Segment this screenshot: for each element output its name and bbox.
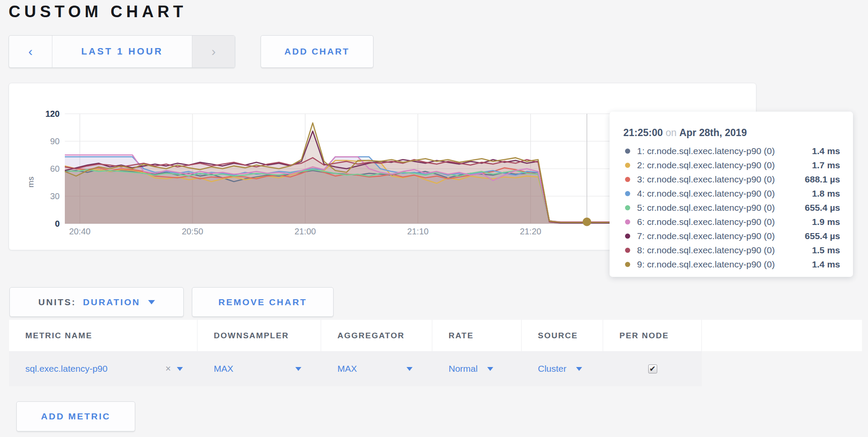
tooltip-row: 7: cr.node.sql.exec.latency-p90 (0)655.4… — [623, 229, 840, 243]
y-axis-tick-label: 90 — [50, 137, 60, 146]
series-value: 1.8 ms — [812, 188, 840, 199]
chevron-down-icon[interactable] — [177, 367, 183, 371]
add-chart-button[interactable]: ADD CHART — [261, 35, 373, 68]
add-metric-button[interactable]: ADD METRIC — [16, 401, 135, 431]
series-value: 1.7 ms — [812, 160, 840, 170]
chevron-down-icon — [487, 367, 493, 371]
series-label: 8: cr.node.sql.exec.latency-p90 (0) — [637, 245, 812, 255]
source-dropdown[interactable]: Cluster — [522, 351, 603, 386]
series-color-dot — [625, 149, 630, 154]
series-value: 1.5 ms — [812, 245, 840, 255]
time-range-label[interactable]: LAST 1 HOUR — [52, 36, 192, 67]
series-color-dot — [625, 163, 630, 168]
series-label: 2: cr.node.sql.exec.latency-p90 (0) — [637, 160, 812, 170]
series-label: 9: cr.node.sql.exec.latency-p90 (0) — [637, 259, 812, 270]
metric-row: sql.exec.latency-p90 × MAX MAX Normal Cl… — [9, 351, 862, 386]
column-header-source: SOURCE — [522, 320, 603, 351]
per-node-cell: ✔ — [603, 351, 702, 386]
series-color-dot — [625, 234, 630, 239]
series-value: 1.4 ms — [812, 259, 840, 270]
y-axis-tick-label: 30 — [50, 191, 60, 201]
series-label: 6: cr.node.sql.exec.latency-p90 (0) — [637, 217, 812, 227]
chevron-right-icon: › — [212, 44, 216, 59]
series-color-dot — [625, 262, 630, 267]
aggregator-dropdown[interactable]: MAX — [321, 351, 432, 386]
chevron-down-icon — [407, 367, 413, 371]
metric-name-cell[interactable]: sql.exec.latency-p90 × — [9, 351, 197, 386]
column-header-actions — [702, 320, 862, 351]
series-label: 5: cr.node.sql.exec.latency-p90 (0) — [637, 203, 805, 213]
rate-dropdown[interactable]: Normal — [432, 351, 522, 386]
series-color-dot — [625, 219, 630, 225]
column-header-per-node: PER NODE — [603, 320, 702, 351]
chevron-left-icon: ‹ — [28, 44, 33, 59]
units-dropdown[interactable]: UNITS: DURATION — [9, 287, 184, 317]
tooltip-row: 8: cr.node.sql.exec.latency-p90 (0)1.5 m… — [623, 243, 840, 257]
tooltip-timestamp: 21:25:00 on Apr 28th, 2019 — [623, 127, 840, 139]
y-axis-tick-label: 60 — [50, 164, 60, 173]
x-axis-tick-label: 20:50 — [182, 227, 203, 236]
x-axis-tick-label: 21:00 — [294, 227, 316, 236]
clear-metric-icon[interactable]: × — [165, 363, 171, 374]
chart-hover-tooltip: 21:25:00 on Apr 28th, 2019 1: cr.node.sq… — [610, 112, 853, 277]
series-color-dot — [625, 205, 630, 210]
tooltip-row: 6: cr.node.sql.exec.latency-p90 (0)1.9 m… — [623, 215, 840, 229]
x-axis-tick-label: 21:20 — [520, 227, 541, 236]
metrics-table: METRIC NAMEDOWNSAMPLERAGGREGATORRATESOUR… — [9, 320, 862, 386]
y-axis-tick-label: 0 — [55, 219, 60, 228]
series-value: 688.1 µs — [805, 174, 840, 185]
tooltip-row: 1: cr.node.sql.exec.latency-p90 (0)1.4 m… — [623, 144, 840, 158]
chevron-down-icon — [576, 367, 582, 371]
column-header-aggregator: AGGREGATOR — [321, 320, 432, 351]
series-color-dot — [625, 177, 630, 182]
series-value: 655.4 µs — [805, 203, 840, 213]
time-range-next-button[interactable]: › — [192, 36, 235, 67]
chevron-down-icon — [295, 367, 301, 371]
time-range-selector: ‹ LAST 1 HOUR › — [9, 35, 235, 68]
x-axis-tick-label: 21:10 — [407, 227, 428, 236]
series-label: 7: cr.node.sql.exec.latency-p90 (0) — [637, 231, 805, 241]
metrics-table-header: METRIC NAMEDOWNSAMPLERAGGREGATORRATESOUR… — [9, 320, 862, 351]
column-header-metric-name: METRIC NAME — [9, 320, 197, 351]
series-value: 1.9 ms — [812, 217, 840, 227]
series-color-dot — [625, 191, 630, 196]
tooltip-row: 9: cr.node.sql.exec.latency-p90 (0)1.4 m… — [623, 257, 840, 271]
x-axis-tick-label: 20:40 — [69, 227, 91, 236]
time-range-prev-button[interactable]: ‹ — [9, 36, 52, 67]
tooltip-row: 2: cr.node.sql.exec.latency-p90 (0)1.7 m… — [623, 158, 840, 172]
page-title: CUSTOM CHART — [9, 3, 187, 21]
tooltip-row: 3: cr.node.sql.exec.latency-p90 (0)688.1… — [623, 172, 840, 186]
y-axis-unit-label: ms — [26, 176, 35, 187]
column-header-downsampler: DOWNSAMPLER — [197, 320, 321, 351]
hover-point-dot — [583, 218, 591, 226]
tooltip-row: 5: cr.node.sql.exec.latency-p90 (0)655.4… — [623, 200, 840, 215]
column-header-rate: RATE — [432, 320, 522, 351]
series-color-dot — [625, 248, 630, 253]
series-value: 1.4 ms — [812, 146, 840, 156]
remove-chart-button[interactable]: REMOVE CHART — [192, 287, 334, 317]
per-node-checkbox[interactable]: ✔ — [648, 364, 657, 373]
chevron-down-icon — [148, 300, 155, 304]
remove-metric-cell: REMOVE METRIC — [702, 351, 862, 386]
series-label: 1: cr.node.sql.exec.latency-p90 (0) — [637, 146, 812, 156]
series-value: 655.4 µs — [805, 231, 840, 241]
units-value: DURATION — [83, 297, 140, 307]
y-axis-tick-label: 120 — [46, 109, 60, 118]
series-label: 3: cr.node.sql.exec.latency-p90 (0) — [637, 174, 805, 185]
series-label: 4: cr.node.sql.exec.latency-p90 (0) — [637, 188, 812, 199]
tooltip-row: 4: cr.node.sql.exec.latency-p90 (0)1.8 m… — [623, 186, 840, 200]
units-label: UNITS: — [38, 297, 76, 307]
downsampler-dropdown[interactable]: MAX — [197, 351, 321, 386]
metric-name-value: sql.exec.latency-p90 — [25, 364, 107, 374]
tooltip-series-list: 1: cr.node.sql.exec.latency-p90 (0)1.4 m… — [623, 144, 840, 271]
